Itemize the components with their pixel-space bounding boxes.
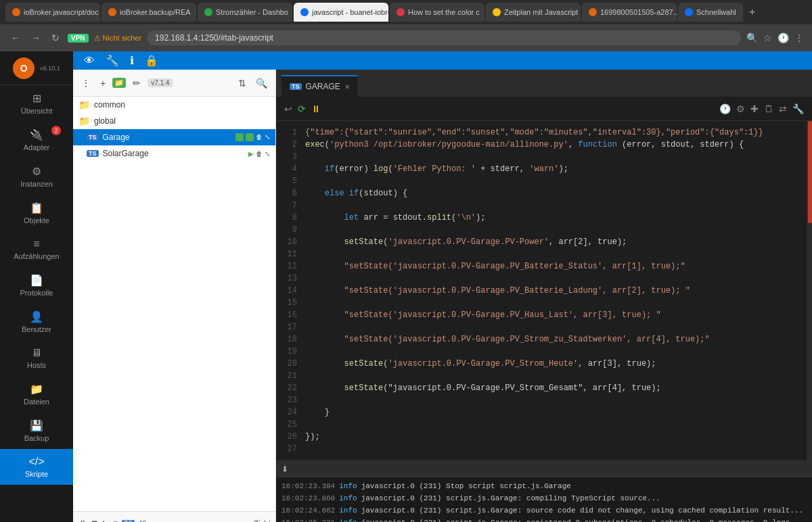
back-button[interactable]: ← [8,31,23,45]
script-sidebar: ⋮ + 📁 ✏ v7.1.4 ⇅ 🔍 📁 common 📁 global [73,70,276,522]
sidebar-item-dateien[interactable]: 📁 Dateien [0,376,73,412]
sort-button[interactable]: ⇅ [235,76,249,90]
bookmark-icon[interactable]: ☆ [763,32,772,43]
lock-icon[interactable]: 🔒 [142,51,161,70]
sidebar-item-backup[interactable]: 💾 Backup [0,412,73,449]
version-badge: v7.1.4 [148,78,173,87]
new-tab-button[interactable]: + [744,4,761,20]
add-icon[interactable]: ✚ [750,103,759,114]
tab-label-2: ioBroker.backup/REA [120,8,191,16]
console-level: info [339,517,357,522]
console-level: info [339,504,357,517]
run-all-btn[interactable]: ▶ [103,519,109,522]
console-time: 16:02:24.662 [281,504,335,517]
protokolle-icon: 📄 [30,274,43,287]
script-item-solargarage[interactable]: TS SolarGarage ▶ 🗑 ⤡ [73,145,275,162]
tab-1[interactable]: ioBroker.javascript/doc [5,3,100,22]
sidebar-item-hosts[interactable]: 🖥 Hosts [0,340,73,376]
console-line: 16:02:23.384 info javascript.0 (231) Sto… [281,480,807,492]
tab-3[interactable]: Stromzähler - Dashbo [198,3,292,22]
js-filter-btn[interactable]: JS [139,520,147,523]
sidebar-item-aufzaehlungen[interactable]: ≡ Aufzählungen [0,231,73,267]
instanzen-icon: ⚙ [32,165,41,178]
view-icon[interactable]: 👁 [81,52,97,70]
folder-common-icon: 📁 [78,99,90,110]
search-button[interactable]: 🔍 [253,76,270,90]
add-folder-button[interactable]: 📁 [112,78,126,88]
history-icon[interactable]: 🕐 [777,32,789,43]
script-item-garage[interactable]: TS Garage 🗑 ⤡ [73,129,275,145]
sidebar-item-objekte[interactable]: 📋 Objekte [0,195,73,231]
console-download-icon[interactable]: ⬇ [281,465,288,474]
hosts-icon: 🖥 [31,347,42,359]
settings-icon[interactable]: ⋮ [794,32,804,43]
sidebar-item-benutzer[interactable]: 👤 Benutzer [0,304,73,340]
settings2-icon[interactable]: ⚙ [736,103,745,114]
solargarage-expand-btn[interactable]: ⤡ [265,150,270,158]
console-msg: javascript.0 (231) script.js.Garage: sou… [361,504,804,517]
sidebar-label-uebersicht: Übersicht [21,107,52,115]
stop-all-btn[interactable]: ⏹ [91,519,99,522]
console-toolbar: ⬇ [276,461,812,477]
tab-4[interactable]: javascript - buanet-iobroi [294,3,388,22]
pause-btn[interactable]: ⏸ [311,103,321,114]
sidebar-item-skripte[interactable]: </> Skripte [0,449,73,485]
ts-filter-btn[interactable]: TS [122,520,135,523]
script-bottom-toolbar: ⏸ ⏹ ▶ ≡ TS JS ⇱ ⇲ [73,511,275,522]
sidebar-item-uebersicht[interactable]: ⊞ Übersicht [0,85,73,122]
adapter-badge: 2 [51,126,61,135]
console-level: info [339,492,357,504]
tab-7[interactable]: 1699800501505-a287... [582,3,677,22]
tab-close-btn[interactable]: ✕ [344,83,350,91]
code-content[interactable]: {"time":{"start":"sunrise","end":"sunset… [300,121,807,460]
sidebar-item-adapter[interactable]: 🔌 Adapter 2 [0,122,73,158]
edit-button[interactable]: ✏ [130,76,143,90]
solargarage-delete-btn[interactable]: 🗑 [256,150,263,158]
tab-2[interactable]: ioBroker.backup/REA [102,3,196,22]
ts-badge-solargarage: TS [87,150,99,157]
sidebar-item-instanzen[interactable]: ⚙ Instanzen [0,158,73,195]
tab-8[interactable]: Schnellwahl [678,3,743,22]
garage-actions: 🗑 ⤡ [235,133,270,141]
garage-run-btn[interactable] [246,133,254,141]
tools-icon[interactable]: 🔧 [103,51,122,70]
format-icon[interactable]: 🗒 [764,103,773,114]
undo-btn[interactable]: ↩ [284,103,292,114]
scroll-indicator[interactable] [807,121,812,460]
search2-icon[interactable]: ⇄ [779,103,787,114]
tab-favicon-4 [300,8,309,16]
wrench-icon[interactable]: 🔧 [792,103,804,114]
sidebar-item-protokolle[interactable]: 📄 Protokolle [0,267,73,304]
tab-label-3: Stromzähler - Dashbo [216,8,288,16]
garage-expand-btn[interactable]: ⤡ [265,133,270,141]
forward-button[interactable]: → [28,31,43,45]
garage-delete-btn[interactable]: 🗑 [256,133,263,141]
add-button[interactable]: + [97,76,108,90]
solargarage-run-btn[interactable]: ▶ [248,150,254,158]
refresh-btn[interactable]: ⟳ [298,103,306,114]
folder-common[interactable]: 📁 common [73,97,275,113]
console-line: 16:02:23.860 info javascript.0 (231) scr… [281,492,807,504]
view-mode-btn[interactable]: ≡ [113,519,118,522]
sidebar-label-dateien: Dateien [24,398,49,406]
tab-favicon-1 [12,8,20,16]
pause-all-btn[interactable]: ⏸ [78,519,87,522]
collapse-btn[interactable]: ⇱ [254,519,261,522]
search-icon[interactable]: 🔍 [746,32,758,43]
info-icon[interactable]: ℹ [127,51,137,70]
folder-global[interactable]: 📁 global [73,113,275,129]
tab-5[interactable]: How to set the color c [390,3,484,22]
top-toolbar: 👁 🔧 ℹ 🔒 [73,51,812,70]
script-toolbar: ⋮ + 📁 ✏ v7.1.4 ⇅ 🔍 [73,70,275,97]
clock-icon: 🕐 [719,103,731,114]
overview-icon: ⊞ [32,92,41,105]
tab-favicon-6 [493,8,501,16]
url-input[interactable]: 192.168.1.4:1250/#tab-javascript [147,30,741,45]
code-editor[interactable]: 1234567891011121314151617181920212223242… [276,121,812,460]
expand-btn[interactable]: ⇲ [263,519,270,522]
reload-button[interactable]: ↻ [49,31,62,45]
menu-button[interactable]: ⋮ [78,76,93,90]
editor-tab-garage[interactable]: TS GARAGE ✕ [281,75,358,97]
tab-6[interactable]: Zeitplan mit Javascript [486,3,581,22]
script-name-garage: Garage [103,133,130,142]
